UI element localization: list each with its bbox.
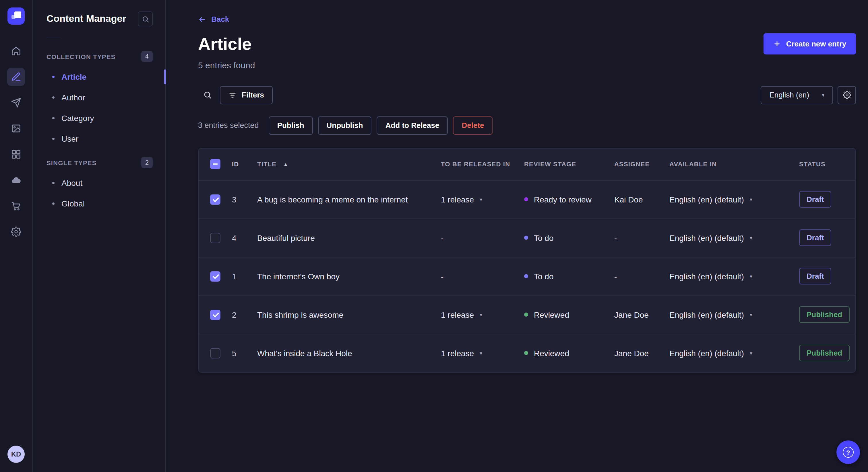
sidebar-item-article[interactable]: Article [33,67,165,87]
user-avatar[interactable]: KD [7,446,25,463]
help-button[interactable]: ? [836,440,860,464]
content-manager-icon[interactable] [7,68,25,86]
cloud-icon[interactable] [7,171,25,189]
cell-review-stage: Reviewed [524,348,614,358]
cell-available-in[interactable]: English (en) (default) ▾ [670,233,799,242]
media-library-icon[interactable] [7,119,25,138]
selection-bar: 3 entries selected Publish Unpublish Add… [198,116,856,134]
bullet-icon [52,138,55,140]
chevron-down-icon: ▾ [750,235,752,241]
cell-release[interactable]: - ▾ [441,233,524,242]
status-badge: Draft [799,191,832,208]
chevron-down-icon: ▾ [750,350,752,356]
status-badge: Published [799,345,849,361]
sidebar-item-label: Category [61,113,94,123]
col-header-title[interactable]: TITLE ▲ [257,161,441,167]
cell-available-in[interactable]: English (en) (default) ▾ [670,272,799,281]
status-badge: Draft [799,268,832,284]
settings-icon[interactable] [7,223,25,241]
table-row[interactable]: 1 The internet's Own boy - ▾ To do - Eng… [198,257,856,295]
view-settings-button[interactable] [838,86,856,104]
cell-release[interactable]: 1 release ▾ [441,310,524,319]
stage-dot [524,351,528,355]
table-row[interactable]: 5 What's inside a Black Hole 1 release ▾… [198,334,856,372]
cell-review-stage: Ready to review [524,195,614,204]
locale-select[interactable]: English (en) ▾ [761,86,833,104]
sidebar-item-category[interactable]: Category [33,108,165,129]
cell-id: 1 [231,272,257,281]
sidebar-search-button[interactable] [138,11,153,26]
table-row[interactable]: 4 Beautiful picture - ▾ To do - English … [198,218,856,257]
nav-rail: KD [0,0,33,472]
publish-button[interactable]: Publish [269,116,313,134]
col-header-status: STATUS [799,161,856,167]
divider [46,37,60,37]
cell-title: Beautiful picture [257,233,441,242]
cell-available-in[interactable]: English (en) (default) ▾ [670,195,799,204]
sidebar-item-label: User [61,134,79,143]
row-checkbox[interactable] [210,233,220,243]
collection-types-count-badge: 4 [141,51,153,62]
cell-release[interactable]: 1 release ▾ [441,195,524,204]
arrow-left-icon [198,15,206,23]
cell-assignee: - [614,233,670,242]
back-link[interactable]: Back [198,15,229,24]
content-type-builder-icon[interactable] [7,145,25,164]
sidebar-item-label: About [61,178,82,188]
chevron-down-icon: ▾ [750,312,752,317]
cell-available-in[interactable]: English (en) (default) ▾ [670,348,799,358]
bullet-icon [52,202,55,205]
table-header-row: ID TITLE ▲ TO BE RELEASED IN REVIEW STAG… [198,148,856,180]
strapi-logo[interactable] [7,7,25,25]
col-header-release: TO BE RELEASED IN [441,161,524,167]
status-badge: Published [799,306,849,323]
entries-count: 5 entries found [198,60,856,70]
col-header-id[interactable]: ID [231,161,257,167]
cell-id: 5 [231,348,257,358]
sidebar-item-about[interactable]: About [33,173,165,193]
sidebar-item-author[interactable]: Author [33,87,165,108]
cell-release[interactable]: 1 release ▾ [441,348,524,358]
home-icon[interactable] [7,42,25,60]
stage-dot [524,197,528,201]
single-types-count-badge: 2 [141,157,153,168]
chevron-down-icon: ▾ [479,196,482,202]
select-all-checkbox[interactable] [210,159,220,169]
cell-id: 4 [231,233,257,242]
sidebar-item-global[interactable]: Global [33,193,165,214]
cell-review-stage: To do [524,233,614,242]
cell-id: 2 [231,310,257,319]
row-checkbox[interactable] [210,194,220,204]
gear-icon [842,91,851,99]
content-manager-sidebar: Content Manager COLLECTION TYPES 4 Artic… [33,0,166,472]
filters-button[interactable]: Filters [220,86,273,104]
plus-icon [774,40,781,47]
cell-id: 3 [231,195,257,204]
list-toolbar: Filters English (en) ▾ [198,86,856,104]
chevron-down-icon: ▾ [750,196,752,202]
cell-assignee: Jane Doe [614,310,670,319]
delete-button[interactable]: Delete [453,116,493,134]
row-checkbox[interactable] [210,348,220,358]
chevron-down-icon: ▾ [479,312,482,317]
sidebar-item-label: Global [61,199,85,208]
stage-dot [524,274,528,278]
row-checkbox[interactable] [210,271,220,281]
bullet-icon [52,76,55,78]
section-label-collection-types: COLLECTION TYPES [46,53,115,60]
create-new-entry-button[interactable]: Create new entry [764,33,856,55]
unpublish-button[interactable]: Unpublish [318,116,372,134]
cell-release[interactable]: - ▾ [441,272,524,281]
cell-assignee: Jane Doe [614,348,670,358]
marketplace-icon[interactable] [7,197,25,215]
add-to-release-button[interactable]: Add to Release [377,116,448,134]
table-row[interactable]: 2 This shrimp is awesome 1 release ▾ Rev… [198,295,856,334]
sidebar-item-user[interactable]: User [33,129,165,149]
status-badge: Draft [799,229,832,246]
search-button[interactable] [198,86,216,104]
sort-asc-icon: ▲ [283,162,288,167]
cell-available-in[interactable]: English (en) (default) ▾ [670,310,799,319]
table-row[interactable]: 3 A bug is becoming a meme on the intern… [198,180,856,218]
row-checkbox[interactable] [210,309,220,320]
releases-icon[interactable] [7,94,25,112]
